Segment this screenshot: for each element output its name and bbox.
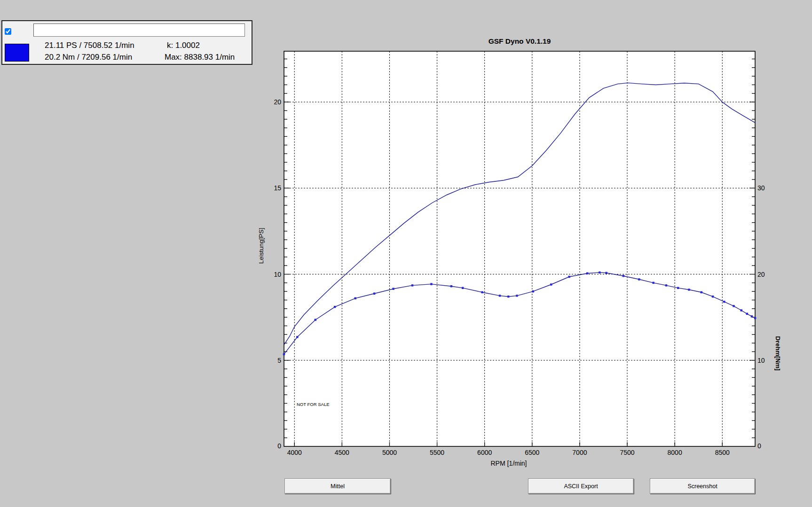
data-marker [623,275,624,277]
data-marker [550,283,552,285]
y-right-tick-label: 10 [757,357,765,364]
y-right-tick-label: 30 [757,184,765,192]
data-marker [516,295,518,296]
data-marker [599,272,600,273]
data-marker [754,317,756,319]
torque-readout: 20.2 Nm / 7209.56 1/min [45,53,132,62]
data-marker [481,291,483,293]
data-marker [740,309,742,311]
y-left-axis-label: Leistung[PS] [258,228,265,264]
x-tick-label: 6000 [477,449,492,456]
data-marker [712,296,714,297]
data-marker [373,293,375,295]
data-marker [733,305,734,307]
data-marker [638,278,640,280]
data-marker [586,273,588,274]
x-tick-label: 7000 [572,449,587,456]
curve-visibility-checkbox[interactable] [5,28,11,35]
x-tick-label: 5000 [382,449,397,456]
data-marker [507,296,509,297]
x-tick-label: 6500 [525,449,539,456]
x-tick-label: 4000 [287,449,302,456]
data-marker [354,297,356,299]
dyno-chart: 4000450050005500600065007000750080008500… [0,0,812,507]
x-axis-label: RPM [1/min] [490,460,527,467]
y-right-axis-label: Drehm[Nm] [774,336,781,371]
power-readout: 21.11 PS / 7508.52 1/min [45,41,134,50]
data-marker [751,315,753,317]
chart-title: GSF Dyno V0.1.19 [489,37,551,45]
data-marker [430,283,432,285]
y-right-tick-label: 0 [757,442,761,450]
mittel-button[interactable]: Mittel [284,478,391,494]
y-right-tick-label: 20 [757,271,765,278]
data-marker [746,313,748,315]
screenshot-button[interactable]: Screenshot [650,478,755,494]
data-marker [296,336,298,338]
data-marker [688,289,690,290]
data-marker [283,353,285,355]
data-marker [568,276,570,278]
curve-name-input[interactable] [33,23,245,37]
ascii-export-button[interactable]: ASCII Export [528,478,634,494]
data-marker [392,288,394,289]
data-marker [532,290,534,292]
curve-color-swatch[interactable] [5,44,29,62]
y-left-tick-label: 20 [274,98,281,106]
k-factor-readout: k: 1.0002 [167,41,200,50]
data-marker [450,285,452,287]
data-marker [605,272,607,274]
watermark: NOT FOR SALE [297,402,330,407]
measurement-info-panel: 21.11 PS / 7508.52 1/min k: 1.0002 20.2 … [1,20,252,65]
x-tick-label: 8500 [715,449,730,456]
x-tick-label: 4500 [335,449,349,456]
data-marker [652,282,654,284]
max-rpm-readout: Max: 8838.93 1/min [165,53,235,62]
data-marker [499,295,501,296]
data-marker [677,287,679,289]
x-tick-label: 7500 [620,449,634,456]
y-left-tick-label: 10 [274,271,281,278]
data-marker [665,284,667,286]
data-marker [334,306,336,308]
x-tick-label: 5500 [430,449,444,456]
data-marker [411,284,413,286]
data-marker [462,287,464,289]
data-marker [723,301,725,303]
data-marker [315,319,316,320]
data-marker [701,291,702,293]
x-tick-label: 8000 [668,449,682,456]
y-left-tick-label: 5 [277,357,281,364]
y-left-tick-label: 0 [277,442,281,450]
y-left-tick-label: 15 [274,184,281,192]
plot-area [284,51,755,446]
